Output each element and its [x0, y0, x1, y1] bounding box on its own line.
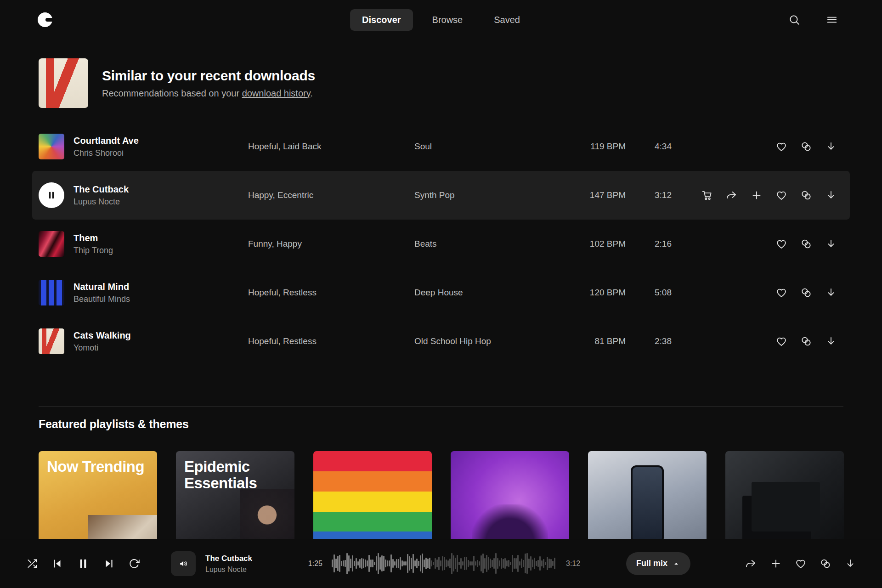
track-row-playing[interactable]: The Cutback Lupus Nocte Happy, Eccentric… [32, 171, 850, 220]
total-time: 3:12 [566, 560, 580, 568]
download-icon[interactable] [825, 238, 837, 250]
similar-icon[interactable] [800, 141, 812, 153]
track-genre[interactable]: Beats [414, 239, 566, 249]
share-icon[interactable] [745, 558, 757, 570]
player-actions [745, 558, 856, 570]
track-genre[interactable]: Old School Hip Hop [414, 336, 566, 346]
app-root: Discover Browse Saved Similar to your re… [0, 0, 882, 588]
heart-icon[interactable] [775, 141, 787, 153]
next-icon[interactable] [103, 558, 114, 569]
download-icon[interactable] [844, 558, 856, 570]
now-playing-title: The Cutback [205, 554, 252, 563]
track-moods[interactable]: Happy, Eccentric [248, 190, 414, 200]
repeat-icon[interactable] [128, 558, 140, 570]
menu-icon[interactable] [826, 14, 838, 26]
track-moods[interactable]: Hopeful, Laid Back [248, 141, 414, 152]
pause-track-button[interactable] [39, 182, 64, 208]
waveform-scrubber[interactable] [332, 553, 558, 575]
track-bpm: 147 BPM [566, 190, 626, 200]
playback-controls [26, 557, 140, 570]
heart-icon[interactable] [775, 238, 787, 250]
track-bpm: 81 BPM [566, 336, 626, 346]
download-icon[interactable] [825, 189, 837, 201]
shuffle-icon[interactable] [26, 558, 38, 570]
playlist-card-label: Epidemic Essentials [184, 458, 294, 491]
tab-discover[interactable]: Discover [350, 9, 413, 31]
now-playing-info[interactable]: The Cutback Lupus Nocte [205, 554, 252, 573]
elapsed-time: 1:25 [294, 560, 322, 568]
album-art[interactable] [39, 280, 64, 305]
track-genre[interactable]: Soul [414, 141, 566, 152]
previous-icon[interactable] [52, 558, 63, 569]
mix-selector[interactable]: Full mix [626, 552, 690, 575]
heart-icon[interactable] [795, 558, 807, 570]
track-title[interactable]: Courtlandt Ave [74, 135, 248, 146]
track-title[interactable]: Natural Mind [74, 281, 248, 292]
track-bpm: 120 BPM [566, 288, 626, 298]
tab-browse[interactable]: Browse [420, 9, 475, 31]
track-actions [672, 238, 837, 250]
track-list: Courtlandt Ave Chris Shorooi Hopeful, La… [32, 122, 850, 366]
search-icon[interactable] [788, 14, 800, 26]
download-icon[interactable] [825, 335, 837, 347]
featured-heading: Featured playlists & themes [39, 418, 843, 431]
subtitle-prefix: Recommendations based on your [102, 88, 242, 98]
heart-icon[interactable] [775, 287, 787, 299]
track-duration: 5:08 [626, 288, 672, 298]
track-title[interactable]: Cats Walking [74, 330, 248, 341]
similar-icon[interactable] [820, 558, 831, 570]
similar-icon[interactable] [800, 189, 812, 201]
recommendations-header-text: Similar to your recent downloads Recomme… [102, 68, 315, 99]
album-art[interactable] [39, 231, 64, 257]
track-row[interactable]: Courtlandt Ave Chris Shorooi Hopeful, La… [32, 122, 850, 171]
track-moods[interactable]: Hopeful, Restless [248, 336, 414, 346]
track-duration: 3:12 [626, 190, 672, 200]
similar-icon[interactable] [800, 335, 812, 347]
album-art[interactable] [39, 328, 64, 354]
featured-section: Featured playlists & themes Now Trending… [39, 406, 843, 431]
tab-saved[interactable]: Saved [482, 9, 532, 31]
plus-icon[interactable] [751, 189, 763, 201]
track-row[interactable]: Them Thip Trong Funny, Happy Beats 102 B… [32, 220, 850, 268]
download-history-link[interactable]: download history [242, 88, 311, 98]
track-actions [672, 141, 837, 153]
heart-icon[interactable] [775, 335, 787, 347]
track-artist[interactable]: Lupus Nocte [74, 197, 248, 207]
track-moods[interactable]: Hopeful, Restless [248, 288, 414, 298]
album-art[interactable] [39, 134, 64, 159]
now-playing-artist: Lupus Nocte [205, 565, 252, 573]
epidemic-sound-logo[interactable] [38, 12, 52, 27]
main-tabs: Discover Browse Saved [350, 0, 532, 40]
nav-actions [788, 0, 838, 40]
track-duration: 2:16 [626, 239, 672, 249]
track-title[interactable]: The Cutback [74, 184, 248, 195]
track-row[interactable]: Cats Walking Yomoti Hopeful, Restless Ol… [32, 317, 850, 366]
track-duration: 4:34 [626, 141, 672, 152]
similar-icon[interactable] [800, 287, 812, 299]
track-genre[interactable]: Synth Pop [414, 190, 566, 200]
track-moods[interactable]: Funny, Happy [248, 239, 414, 249]
top-nav: Discover Browse Saved [0, 0, 882, 40]
track-actions [672, 335, 837, 347]
track-artist[interactable]: Chris Shorooi [74, 148, 248, 158]
download-icon[interactable] [825, 141, 837, 153]
similar-icon[interactable] [800, 238, 812, 250]
track-row[interactable]: Natural Mind Beautiful Minds Hopeful, Re… [32, 268, 850, 317]
track-artist[interactable]: Beautiful Minds [74, 294, 248, 304]
cart-icon[interactable] [701, 189, 713, 201]
plus-icon[interactable] [770, 558, 782, 570]
chevron-up-icon [672, 560, 680, 568]
track-title[interactable]: Them [74, 232, 248, 243]
recommendations-cover-art[interactable] [39, 58, 88, 108]
track-artist[interactable]: Yomoti [74, 343, 248, 353]
subtitle-suffix: . [310, 88, 313, 98]
track-artist[interactable]: Thip Trong [74, 246, 248, 255]
page-subtitle: Recommendations based on your download h… [102, 88, 315, 99]
heart-icon[interactable] [775, 189, 787, 201]
pause-icon[interactable] [77, 557, 90, 570]
volume-button[interactable] [171, 551, 196, 576]
download-icon[interactable] [825, 287, 837, 299]
track-genre[interactable]: Deep House [414, 288, 566, 298]
share-icon[interactable] [726, 189, 738, 201]
track-bpm: 119 BPM [566, 141, 626, 152]
